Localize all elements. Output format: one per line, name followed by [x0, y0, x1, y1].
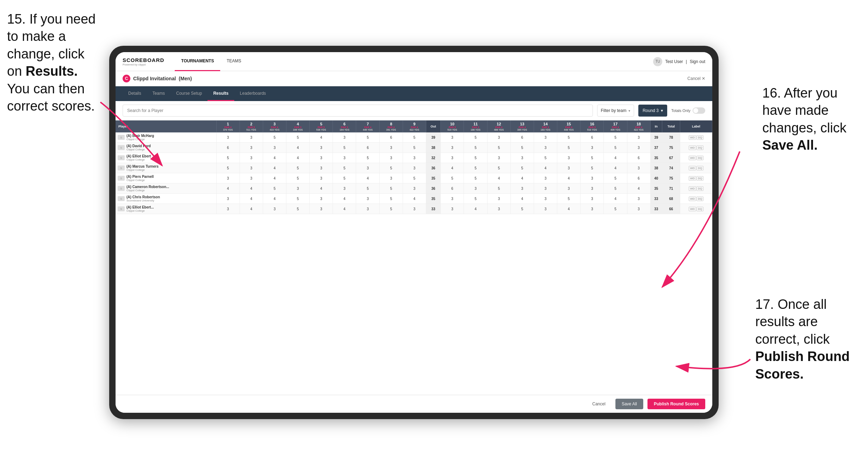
hole-8-score[interactable]: 5: [379, 163, 403, 173]
hole-11-score[interactable]: 4: [464, 204, 487, 214]
publish-round-scores-btn[interactable]: Publish Round Scores: [647, 399, 705, 409]
hole-11-score[interactable]: 3: [464, 183, 487, 194]
hole-17-score[interactable]: 4: [604, 163, 627, 173]
hole-13-score[interactable]: 4: [510, 194, 534, 204]
hole-2-score[interactable]: 3: [240, 163, 263, 173]
hole-11-score[interactable]: 5: [464, 173, 487, 183]
hole-10-score[interactable]: 5: [441, 173, 464, 183]
hole-16-score[interactable]: 5: [581, 163, 604, 173]
save-all-btn[interactable]: Save All: [615, 399, 643, 409]
hole-11-score[interactable]: 5: [464, 163, 487, 173]
wd-btn[interactable]: WD: [689, 176, 696, 181]
hole-13-score[interactable]: 3: [510, 153, 534, 163]
hole-18-score[interactable]: 4: [627, 183, 650, 194]
hole-17-score[interactable]: 4: [604, 153, 627, 163]
dq-btn[interactable]: DQ: [696, 135, 703, 140]
hole-12-score[interactable]: 4: [487, 173, 510, 183]
hole-10-score[interactable]: 3: [441, 153, 464, 163]
hole-18-score[interactable]: 3: [627, 204, 650, 214]
hole-14-score[interactable]: 5: [534, 153, 557, 163]
hole-14-score[interactable]: 3: [534, 194, 557, 204]
hole-1-score[interactable]: 3: [216, 173, 240, 183]
hole-3-score[interactable]: 4: [263, 194, 286, 204]
hole-16-score[interactable]: 3: [581, 183, 604, 194]
hole-15-score[interactable]: 5: [557, 194, 581, 204]
hole-16-score[interactable]: 3: [581, 194, 604, 204]
tab-results[interactable]: Results: [207, 86, 234, 101]
hole-18-score[interactable]: 3: [627, 143, 650, 153]
hole-7-score[interactable]: 5: [356, 153, 379, 163]
hole-9-score[interactable]: 3: [403, 183, 426, 194]
hole-1-score[interactable]: 5: [216, 153, 240, 163]
hole-16-score[interactable]: 3: [581, 204, 604, 214]
hole-9-score[interactable]: 3: [403, 153, 426, 163]
hole-2-score[interactable]: 4: [240, 194, 263, 204]
hole-12-score[interactable]: 5: [487, 183, 510, 194]
hole-16-score[interactable]: 3: [581, 173, 604, 183]
hole-6-score[interactable]: 4: [333, 204, 356, 214]
hole-7-score[interactable]: 3: [356, 163, 379, 173]
totals-toggle-switch[interactable]: [693, 107, 705, 114]
hole-6-score[interactable]: 4: [333, 194, 356, 204]
hole-10-score[interactable]: 3: [441, 194, 464, 204]
hole-1-score[interactable]: 4: [216, 183, 240, 194]
hole-5-score[interactable]: 3: [310, 143, 333, 153]
hole-4-score[interactable]: 4: [286, 153, 309, 163]
hole-4-score[interactable]: 5: [286, 173, 309, 183]
dq-btn[interactable]: DQ: [696, 186, 703, 191]
hole-5-score[interactable]: 4: [310, 132, 333, 143]
hole-2-score[interactable]: 4: [240, 183, 263, 194]
hole-8-score[interactable]: 5: [379, 194, 403, 204]
hole-4-score[interactable]: 5: [286, 204, 309, 214]
hole-15-score[interactable]: 5: [557, 132, 581, 143]
hole-4-score[interactable]: 5: [286, 132, 309, 143]
tab-teams[interactable]: Teams: [147, 86, 170, 101]
hole-17-score[interactable]: 5: [604, 204, 627, 214]
hole-9-score[interactable]: 5: [403, 143, 426, 153]
hole-7-score[interactable]: 4: [356, 173, 379, 183]
hole-8-score[interactable]: 3: [379, 143, 403, 153]
nav-link-tournaments[interactable]: TOURNAMENTS: [175, 52, 220, 71]
hole-5-score[interactable]: 3: [310, 204, 333, 214]
hole-3-score[interactable]: 3: [263, 204, 286, 214]
hole-13-score[interactable]: 5: [510, 143, 534, 153]
dq-btn[interactable]: DQ: [696, 166, 703, 170]
cancel-tournament-btn[interactable]: Cancel ✕: [687, 76, 705, 81]
hole-6-score[interactable]: 3: [333, 132, 356, 143]
hole-4-score[interactable]: 5: [286, 194, 309, 204]
hole-10-score[interactable]: 6: [441, 183, 464, 194]
hole-18-score[interactable]: 6: [627, 153, 650, 163]
hole-15-score[interactable]: 5: [557, 143, 581, 153]
hole-5-score[interactable]: 3: [310, 153, 333, 163]
wd-btn[interactable]: WD: [689, 156, 696, 160]
wd-btn[interactable]: WD: [689, 186, 696, 191]
hole-17-score[interactable]: 5: [604, 143, 627, 153]
hole-12-score[interactable]: 3: [487, 153, 510, 163]
hole-12-score[interactable]: 3: [487, 194, 510, 204]
wd-btn[interactable]: WD: [689, 207, 696, 211]
hole-6-score[interactable]: 3: [333, 183, 356, 194]
hole-1-score[interactable]: 3: [216, 194, 240, 204]
hole-14-score[interactable]: 3: [534, 132, 557, 143]
tab-course-setup[interactable]: Course Setup: [170, 86, 207, 101]
hole-10-score[interactable]: 4: [441, 163, 464, 173]
hole-8-score[interactable]: 5: [379, 183, 403, 194]
hole-17-score[interactable]: 5: [604, 132, 627, 143]
dq-btn[interactable]: DQ: [696, 145, 703, 150]
hole-12-score[interactable]: 5: [487, 143, 510, 153]
hole-16-score[interactable]: 3: [581, 143, 604, 153]
hole-8-score[interactable]: 3: [379, 173, 403, 183]
hole-2-score[interactable]: 3: [240, 173, 263, 183]
hole-4-score[interactable]: 5: [286, 163, 309, 173]
hole-13-score[interactable]: 5: [510, 204, 534, 214]
hole-18-score[interactable]: 3: [627, 163, 650, 173]
hole-14-score[interactable]: 4: [534, 163, 557, 173]
hole-10-score[interactable]: 3: [441, 132, 464, 143]
hole-17-score[interactable]: 5: [604, 173, 627, 183]
hole-4-score[interactable]: 4: [286, 143, 309, 153]
wd-btn[interactable]: WD: [689, 135, 696, 140]
hole-15-score[interactable]: 4: [557, 173, 581, 183]
hole-10-score[interactable]: 3: [441, 204, 464, 214]
hole-15-score[interactable]: 3: [557, 183, 581, 194]
hole-8-score[interactable]: 5: [379, 204, 403, 214]
